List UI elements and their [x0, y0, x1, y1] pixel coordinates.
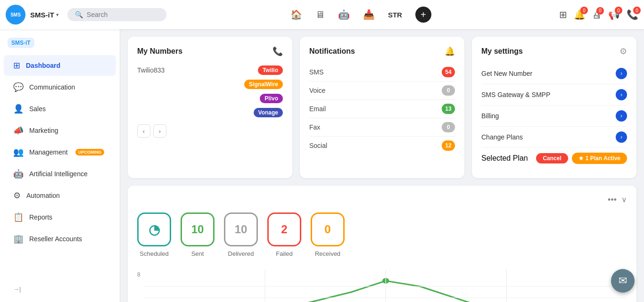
- sidebar-label-communication: Communication: [29, 83, 75, 91]
- chart-area: 8 7: [137, 269, 627, 302]
- ai-icon: 🤖: [13, 169, 24, 179]
- add-button[interactable]: +: [415, 7, 431, 23]
- settings-row-sms-gateway: SMS Gateway & SMPP ›: [481, 84, 627, 106]
- next-arrow[interactable]: ›: [153, 124, 166, 138]
- settings-arrow-sms-gateway[interactable]: ›: [616, 89, 627, 100]
- notif-label-sms: SMS: [309, 68, 323, 76]
- notif-sms: SMS 54: [309, 63, 455, 82]
- brand-dropdown[interactable]: SMS-iT ▾: [30, 11, 59, 19]
- stats-expand-icon[interactable]: ∨: [621, 195, 627, 205]
- notif-count-sms: 54: [442, 67, 455, 77]
- phone-icon-btn[interactable]: 📞 0: [627, 9, 638, 20]
- my-numbers-title: My Numbers: [137, 47, 182, 56]
- star-icon: ★: [578, 155, 584, 162]
- settings-label-billing: Billing: [481, 112, 499, 120]
- sidebar-label-management: Management: [29, 148, 68, 156]
- sidebar-item-dashboard[interactable]: ⊞ Dashboard: [4, 55, 116, 76]
- stat-label-scheduled: Scheduled: [140, 250, 168, 257]
- sidebar-label-automation: Automation: [26, 192, 60, 199]
- number-label-twilio: Twilio833: [137, 66, 165, 74]
- settings-label-change-plans: Change Plans: [481, 133, 523, 141]
- sidebar-item-reports[interactable]: 📋 Reports: [4, 207, 116, 228]
- notif-count-email: 13: [442, 104, 455, 114]
- monitor-icon[interactable]: 🖥: [315, 9, 325, 20]
- stat-value-sent: 10: [191, 223, 204, 236]
- tag-vonage: Vonage: [254, 108, 283, 117]
- notif-count-fax: 0: [442, 122, 455, 132]
- megaphone-icon-btn[interactable]: 📢 0: [608, 9, 620, 20]
- stat-box-teal: ◔ Scheduled: [137, 212, 171, 257]
- tag-signalwire: SignalWire: [244, 80, 283, 89]
- topnav-right: ⊞ 🔔 0 🖨 0 📢 0 📞 0: [559, 9, 638, 20]
- settings-arrow-change-plans[interactable]: ›: [616, 131, 627, 143]
- print-icon-btn[interactable]: 🖨 0: [592, 9, 602, 20]
- settings-row-billing: Billing ›: [481, 106, 627, 127]
- sidebar-label-marketing: Marketing: [29, 127, 58, 134]
- sidebar-item-marketing[interactable]: 📣 Marketing: [4, 120, 116, 141]
- notif-email: Email 13: [309, 100, 455, 118]
- settings-arrow-billing[interactable]: ›: [616, 110, 627, 122]
- prev-arrow[interactable]: ‹: [137, 124, 150, 138]
- chart-svg: [144, 269, 627, 302]
- notification-bell[interactable]: 🔔 0: [574, 9, 586, 20]
- sidebar-item-ai[interactable]: 🤖 Artificial Intelligence: [4, 163, 116, 184]
- sidebar: SMS-iT ⊞ Dashboard 💬 Communication 👤 Sal…: [0, 29, 120, 302]
- upcoming-badge: UPCOMING: [75, 149, 105, 155]
- settings-label-sms-gateway: SMS Gateway & SMPP: [481, 91, 550, 98]
- mail-icon: ✉: [619, 275, 627, 287]
- my-numbers-header: My Numbers 📞: [137, 46, 283, 57]
- stats-section: ••• ∨ ◔ Scheduled 10 Sent: [128, 186, 636, 302]
- sidebar-item-management[interactable]: 👥 Management UPCOMING: [4, 142, 116, 163]
- inbox-icon[interactable]: 📥: [363, 9, 375, 20]
- home-icon[interactable]: 🏠: [290, 9, 302, 20]
- megaphone-badge: 0: [615, 7, 622, 14]
- stat-label-delivered: Delivered: [228, 250, 254, 257]
- plan-active-button[interactable]: ★ 1 Plan Active: [572, 153, 627, 164]
- grid-icon[interactable]: ⊞: [559, 9, 567, 20]
- sidebar-item-sales[interactable]: 👤 Sales: [4, 98, 116, 119]
- notif-label-social: Social: [309, 142, 327, 149]
- phone-badge: 0: [633, 7, 641, 14]
- top-navigation: SMS SMS-iT ▾ 🔍 🏠 🖥 🤖 📥 STR + ⊞ 🔔 0 🖨 0 📢…: [0, 0, 644, 29]
- stat-circle-scheduled: ◔: [137, 212, 171, 246]
- plan-active-label: 1 Plan Active: [586, 155, 620, 162]
- notif-social: Social 12: [309, 137, 455, 155]
- collapse-button[interactable]: →|: [4, 281, 116, 297]
- search-bar: 🔍: [67, 8, 166, 21]
- stat-box-received: 0 Received: [311, 212, 345, 257]
- automation-icon: ⚙: [13, 190, 21, 201]
- stat-circle-sent: 10: [181, 212, 215, 246]
- robot-icon[interactable]: 🤖: [338, 9, 350, 20]
- cancel-button[interactable]: Cancel: [536, 153, 568, 163]
- tag-twilio: Twilio: [258, 65, 283, 75]
- notif-count-social: 12: [442, 140, 455, 151]
- brand-name: SMS-iT: [30, 11, 54, 19]
- settings-arrow-new-number[interactable]: ›: [616, 68, 627, 79]
- settings-title: My settings: [481, 47, 523, 56]
- number-row-signalwire: SignalWire: [137, 77, 283, 91]
- my-numbers-card: My Numbers 📞 Twilio833 Twilio SignalWire…: [128, 37, 292, 178]
- search-input[interactable]: [87, 11, 153, 18]
- stat-box-failed: 2 Failed: [267, 212, 301, 257]
- settings-row-change-plans: Change Plans ›: [481, 127, 627, 148]
- settings-row-new-number: Get New Number ›: [481, 63, 627, 84]
- stats-more-icon[interactable]: •••: [608, 195, 617, 205]
- stat-circle-failed: 2: [267, 212, 301, 246]
- sidebar-item-reseller[interactable]: 🏢 Reseller Accounts: [4, 229, 116, 249]
- topnav-center: 🏠 🖥 🤖 📥 STR +: [171, 7, 551, 23]
- sidebar-item-communication[interactable]: 💬 Communication: [4, 77, 116, 98]
- mail-fab-button[interactable]: ✉: [611, 269, 635, 293]
- sidebar-item-automation[interactable]: ⚙ Automation: [4, 185, 116, 206]
- notif-fax: Fax 0: [309, 118, 455, 137]
- stat-value-received: 0: [324, 223, 330, 236]
- sidebar-logo-image: SMS-iT: [8, 38, 34, 48]
- settings-header: My settings ⚙: [481, 46, 627, 57]
- stats-header: ••• ∨: [137, 195, 627, 205]
- sidebar-label-sales: Sales: [29, 105, 46, 113]
- notif-label-voice: Voice: [309, 87, 325, 94]
- sidebar-label-dashboard: Dashboard: [26, 62, 60, 69]
- main-layout: SMS-iT ⊞ Dashboard 💬 Communication 👤 Sal…: [0, 29, 644, 302]
- stat-label-sent: Sent: [191, 250, 204, 257]
- sidebar-logo: SMS-iT: [0, 33, 120, 55]
- number-row-vonage: Vonage: [137, 106, 283, 120]
